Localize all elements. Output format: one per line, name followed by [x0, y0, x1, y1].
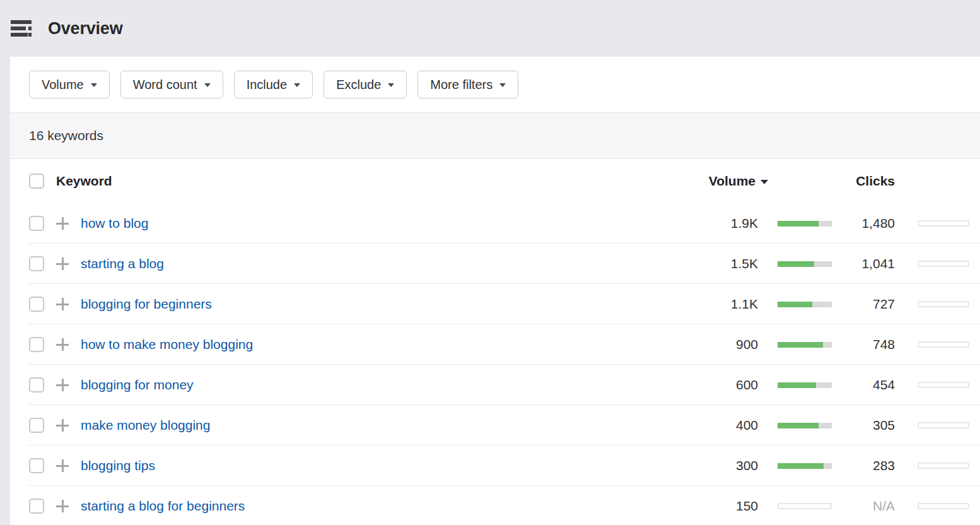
- results-count-bar: 16 keywords: [10, 112, 980, 159]
- caret-down-icon: [499, 83, 506, 87]
- table-row: blogging for money 600 454: [10, 365, 980, 405]
- filter-button-include[interactable]: Include: [234, 71, 313, 98]
- row-checkbox[interactable]: [29, 458, 44, 473]
- menu-dot: [28, 33, 32, 37]
- volume-column-label: Volume: [709, 174, 755, 189]
- add-keyword-plus-icon[interactable]: [56, 500, 69, 512]
- filter-button-label: Exclude: [336, 78, 381, 92]
- keyword-link[interactable]: make money blogging: [81, 418, 210, 432]
- clicks-value: 727: [832, 297, 895, 312]
- table-row: make money blogging 400 305: [10, 405, 980, 445]
- menu-bar: [11, 33, 28, 37]
- clicks-bar: [918, 220, 969, 227]
- add-keyword-plus-icon[interactable]: [56, 338, 69, 351]
- clicks-value: 305: [832, 418, 895, 433]
- add-keyword-plus-icon[interactable]: [56, 379, 69, 391]
- clicks-value: 283: [832, 458, 895, 473]
- filter-button-volume[interactable]: Volume: [29, 71, 110, 98]
- table-row: starting a blog 1.5K 1,041: [10, 244, 980, 284]
- caret-down-icon: [204, 83, 211, 87]
- row-checkbox[interactable]: [29, 216, 44, 231]
- volume-value: 1.1K: [689, 297, 758, 312]
- volume-bar: [778, 463, 832, 469]
- caret-down-icon: [91, 83, 97, 87]
- clicks-value: 1,041: [832, 256, 895, 271]
- page-title: Overview: [48, 19, 122, 38]
- row-checkbox[interactable]: [29, 377, 44, 392]
- clicks-value: 1,480: [832, 216, 895, 231]
- top-bar: Overview: [0, 0, 980, 57]
- clicks-column-header[interactable]: Clicks: [832, 174, 895, 189]
- volume-value: 300: [689, 458, 758, 473]
- clicks-value: 748: [832, 337, 895, 352]
- table-row: blogging tips 300 283: [10, 445, 980, 486]
- caret-down-icon: [294, 83, 300, 87]
- add-keyword-plus-icon[interactable]: [56, 459, 69, 472]
- volume-bar: [778, 302, 832, 307]
- clicks-value: N/A: [832, 498, 895, 514]
- filter-button-label: Word count: [133, 78, 197, 92]
- keyword-link[interactable]: starting a blog for beginners: [81, 498, 245, 513]
- volume-bar: [778, 221, 832, 227]
- row-checkbox[interactable]: [29, 297, 44, 312]
- table-body: how to blog 1.9K 1,480 starting a blog 1…: [10, 203, 980, 525]
- clicks-bar: [918, 463, 969, 469]
- keyword-link[interactable]: how to blog: [81, 216, 148, 230]
- filter-button-word-count[interactable]: Word count: [120, 71, 223, 98]
- volume-value: 400: [689, 418, 758, 433]
- keyword-link[interactable]: starting a blog: [81, 256, 164, 271]
- filter-bar: Volume Word count Include Exclude More f…: [10, 57, 980, 112]
- row-checkbox[interactable]: [29, 256, 44, 271]
- clicks-bar: [918, 422, 969, 428]
- clicks-bar: [918, 503, 969, 509]
- row-checkbox[interactable]: [29, 337, 44, 352]
- clicks-bar: [918, 341, 969, 348]
- volume-bar: [778, 382, 832, 388]
- filter-button-label: Include: [247, 78, 288, 92]
- row-checkbox[interactable]: [29, 498, 44, 514]
- add-keyword-plus-icon[interactable]: [56, 298, 69, 310]
- filter-button-label: More filters: [430, 78, 493, 92]
- volume-value: 600: [689, 377, 758, 392]
- keyword-link[interactable]: blogging for money: [81, 377, 194, 392]
- keyword-link[interactable]: blogging for beginners: [81, 297, 212, 311]
- filter-button-label: Volume: [42, 78, 84, 92]
- clicks-value: 454: [832, 377, 895, 392]
- sidebar-toggle-icon[interactable]: [11, 20, 32, 37]
- volume-column-header[interactable]: Volume: [615, 174, 758, 189]
- keyword-link[interactable]: how to make money blogging: [81, 337, 253, 351]
- content-panel: Volume Word count Include Exclude More f…: [10, 57, 980, 525]
- keyword-column-header: Keyword: [56, 174, 615, 189]
- clicks-bar: [918, 301, 969, 307]
- menu-dot: [28, 27, 32, 30]
- clicks-bar: [918, 382, 969, 388]
- sort-desc-icon: [761, 180, 768, 184]
- filter-button-more-filters[interactable]: More filters: [417, 71, 518, 98]
- select-all-checkbox[interactable]: [29, 174, 44, 189]
- menu-bar: [11, 20, 32, 24]
- volume-bar: [778, 261, 832, 267]
- table-row: blogging for beginners 1.1K 727: [10, 284, 980, 324]
- add-keyword-plus-icon[interactable]: [56, 217, 69, 230]
- table-row: starting a blog for beginners 150 N/A: [10, 486, 980, 525]
- volume-value: 150: [689, 498, 758, 514]
- table-row: how to blog 1.9K 1,480: [10, 203, 980, 244]
- table-row: how to make money blogging 900 748: [10, 324, 980, 365]
- volume-bar: [778, 503, 832, 509]
- volume-value: 900: [689, 337, 758, 352]
- row-checkbox[interactable]: [29, 418, 44, 433]
- volume-value: 1.9K: [689, 216, 758, 231]
- add-keyword-plus-icon[interactable]: [56, 257, 69, 270]
- volume-bar: [778, 342, 832, 348]
- caret-down-icon: [388, 83, 394, 87]
- keyword-link[interactable]: blogging tips: [81, 458, 155, 473]
- volume-value: 1.5K: [689, 256, 758, 271]
- volume-bar: [778, 423, 832, 428]
- add-keyword-plus-icon[interactable]: [56, 419, 69, 432]
- table-header: Keyword Volume Clicks: [10, 159, 980, 203]
- menu-bar: [11, 27, 26, 30]
- clicks-bar: [918, 261, 969, 267]
- keywords-count: 16 keywords: [29, 128, 103, 143]
- filter-button-exclude[interactable]: Exclude: [324, 71, 407, 98]
